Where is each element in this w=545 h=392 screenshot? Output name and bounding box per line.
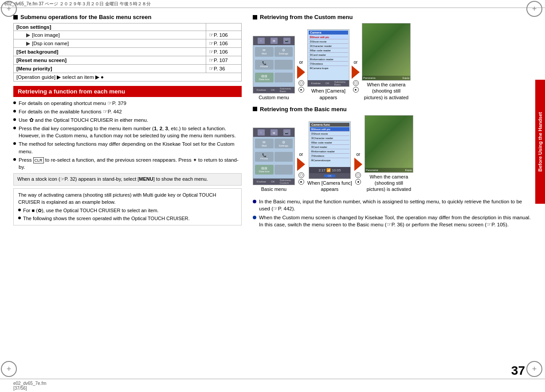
table-row: [Set background] ☞P. 106 (14, 48, 242, 56)
camera-active-phone: Settings⬡SubmenuEquip PanoramaEquip (362, 23, 411, 81)
footer: e02_dv65_7e.fm[37/56] (0, 379, 545, 392)
red-heading-box: Retrieving a function from each menu (13, 86, 242, 97)
list-item-text-1: For details on operating shortcut menu ☞… (19, 100, 126, 107)
bullet-dot-1 (13, 101, 16, 104)
table-cell-dsp-icon: ▶[Dsp icon name] (14, 39, 206, 48)
arrow-triangle-2 (352, 66, 360, 79)
table-cell-op-guide: [Operation guide] ▶ select an item ▶ ● (14, 73, 242, 82)
white-box-bullet-1: For ■ (✿), use the Optical TOUCH CRUISER… (18, 207, 237, 214)
table-cell-reset-menu: [Reset menu screen] (14, 56, 206, 65)
custom-menu-caption: Custom menu (259, 94, 289, 101)
arrow-2: or ⬡ ● (352, 60, 360, 101)
camera-menu-img-group: Camera ①Shoot still pic ②Shoot movie ③Ch… (307, 29, 349, 101)
camera-func-caption: When [Camera func]appears (307, 180, 352, 193)
camera-active2-caption: When the camera(shooting stillpictures) … (367, 174, 411, 193)
list-item-6: Press CLR to re-select a function, and t… (13, 156, 242, 171)
camera-active2-img-group: Settings⬡SubmenuEquip PanoramaEquip When… (365, 115, 413, 193)
submenu-heading-text: Submenu operations for the Basic menu sc… (20, 14, 151, 20)
bullet-dot-2 (13, 110, 16, 113)
blue-bullets-section: In the Basic menu, input the function nu… (253, 198, 532, 228)
camera-active2-phone: Settings⬡SubmenuEquip PanoramaEquip (365, 115, 413, 173)
list-item-4: Press the dial key corresponding to the … (13, 125, 242, 139)
arrow-triangle-1 (297, 66, 305, 79)
square-bullet-3 (253, 107, 257, 111)
bullet-dot-4 (13, 127, 16, 129)
blue-bullet-1: In the Basic menu, input the function nu… (253, 198, 532, 212)
basic-menu-img-group: i ▤ 📷 ✉Mail ⚙Settings 📞Phone ▤▤Data box (253, 128, 295, 192)
white-bullet-dot-2 (18, 217, 21, 219)
corner-mark-bottom-right (526, 361, 544, 379)
square-bullet-2 (253, 15, 257, 19)
camera-active-caption: When the camera(shooting stillpictures) … (364, 82, 408, 101)
camera-menu-phone: Camera ①Shoot still pic ②Shoot movie ③Ch… (307, 29, 349, 87)
gray-box-text: When a stock icon (☞P. 32) appears in st… (17, 176, 208, 182)
corner-mark-bottom-left (1, 361, 19, 379)
list-item-text-4: Press the dial key corresponding to the … (19, 125, 242, 139)
circle-icon-1b: ● (298, 87, 304, 93)
bullet-list: For details on operating shortcut menu ☞… (13, 100, 242, 171)
custom-menu-phone: i ▤ 📷 ✉Mail ⚙Settings 📞Phone ▤▤Data box (253, 36, 295, 93)
custom-menu-heading: Retrieving from the Custom menu (253, 14, 532, 20)
table-row: [Icon settings] (14, 23, 242, 31)
corner-mark-top-right (526, 1, 544, 19)
camera-appears-caption: When [Camera]appears (311, 88, 345, 101)
or-label-2: or (354, 60, 358, 65)
table-row: ▶[Icon image] ☞P. 106 (14, 31, 242, 39)
main-content: Submenu operations for the Basic menu sc… (0, 10, 545, 378)
custom-menu-heading-text: Retrieving from the Custom menu (260, 14, 353, 20)
blue-dot-2 (253, 216, 256, 219)
arrow-3: or ⬡ ● (297, 152, 305, 193)
arrow-icon-1: ▶ (26, 32, 30, 38)
table-cell-ref-0 (206, 23, 242, 31)
arrow-1: or ⬡ ● (297, 60, 305, 101)
arrow-triangle-4 (354, 158, 362, 171)
page-number: 37 (511, 364, 525, 378)
header-text: e02_dv65_7e.fm 37 ページ ２０２９年３月２０日 金曜日 午後５… (4, 1, 151, 7)
or-label-4: or (356, 152, 360, 157)
table-row: [Reset menu screen] ☞P. 107 (14, 56, 242, 65)
white-bullet-text-1: For ■ (✿), use the Optical TOUCH CRUISER… (23, 207, 159, 214)
list-item-text-6: Press CLR to re-select a function, and t… (19, 156, 242, 171)
blue-bullet-text-1: In the Basic menu, input the function nu… (259, 198, 532, 212)
circle-icon-4a: ⬡ (355, 172, 361, 178)
circle-icon-2b: ● (353, 87, 359, 93)
list-item-text-2: For details on the available functions ☞… (19, 108, 122, 115)
white-box-bullet-2: The following shows the screen operated … (18, 215, 237, 222)
arrow-triangle-3 (297, 158, 305, 171)
basic-menu-section: Retrieving from the Basic menu i ▤ 📷 (253, 106, 532, 193)
basic-menu-heading-text: Retrieving from the Basic menu (260, 106, 347, 113)
table-cell-set-bg: [Set background] (14, 48, 206, 56)
custom-menu-section: Retrieving from the Custom menu i ▤ 📷 (253, 14, 532, 101)
table-row: [Menu priority] ☞P. 36 (14, 65, 242, 73)
submenu-section-heading: Submenu operations for the Basic menu sc… (13, 14, 242, 20)
icon-pair-2: ⬡ ● (353, 80, 359, 93)
camera-func-phone: Camera func ①Shoot still pic ②Shoot movi… (309, 121, 351, 179)
table-cell-menu-priority: [Menu priority] (14, 65, 206, 73)
or-label-3: or (299, 152, 303, 157)
list-item-3: Use ✿ and the Optical TOUCH CRUISER in e… (13, 116, 242, 124)
side-tab: Before Using the Handset (535, 80, 545, 204)
icon-pair-1: ⬡ ● (298, 80, 304, 93)
table-cell-ref-3: ☞P. 106 (206, 48, 242, 56)
table-cell-icon-settings: [Icon settings] (14, 23, 206, 31)
list-item-2: For details on the available functions ☞… (13, 108, 242, 115)
icon-pair-4: ⬡ ● (355, 172, 361, 185)
white-bullet-text-2: The following shows the screen operated … (23, 215, 190, 222)
table-row: [Operation guide] ▶ select an item ▶ ● (14, 73, 242, 82)
camera-active-img-group: Settings⬡SubmenuEquip PanoramaEquip When… (362, 23, 411, 101)
circle-icon-3a: ⬡ (298, 172, 304, 178)
circle-icon-1a: ⬡ (298, 80, 304, 86)
right-column: Retrieving from the Custom menu i ▤ 📷 (248, 10, 532, 378)
submenu-table: [Icon settings] ▶[Icon image] ☞P. 106 ▶[… (13, 23, 242, 82)
bullet-dot-3 (13, 118, 16, 121)
header-bar: e02_dv65_7e.fm 37 ページ ２０２９年３月２０日 金曜日 午後５… (0, 0, 545, 8)
basic-menu-phone: i ▤ 📷 ✉Mail ⚙Settings 📞Phone ▤▤Data box (253, 128, 295, 185)
arrow-icon-2: ▶ (26, 41, 30, 46)
gray-info-box: When a stock icon (☞P. 32) appears in st… (13, 173, 242, 185)
corner-mark-top-left (1, 1, 19, 19)
white-bullet-dot-1 (18, 209, 21, 211)
or-label-1: or (299, 60, 303, 65)
basic-menu-heading: Retrieving from the Basic menu (253, 106, 532, 113)
table-cell-ref-4: ☞P. 107 (206, 56, 242, 65)
table-row: ▶[Dsp icon name] ☞P. 106 (14, 39, 242, 48)
